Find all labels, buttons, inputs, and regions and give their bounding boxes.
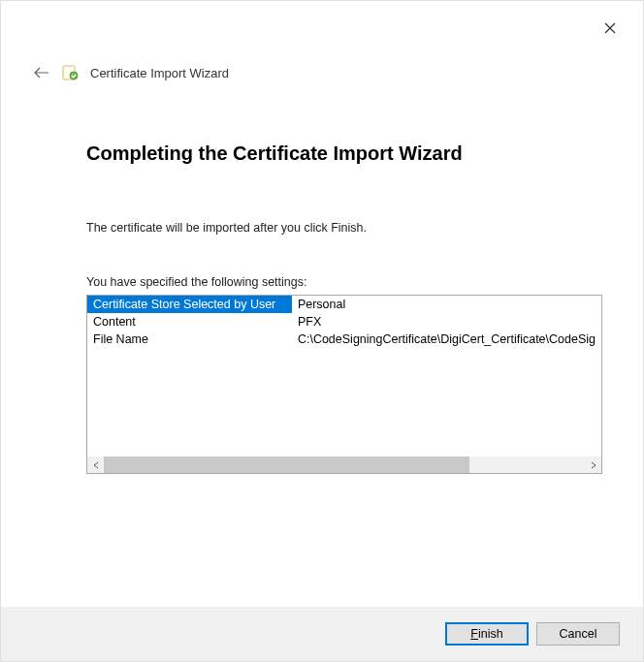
table-row[interactable]: File Name C:\CodeSigningCertificate\Digi… xyxy=(87,331,601,348)
settings-listbox[interactable]: Certificate Store Selected by User Perso… xyxy=(86,295,602,474)
back-arrow-icon xyxy=(34,67,49,79)
wizard-title: Certificate Import Wizard xyxy=(90,66,229,80)
setting-value: Personal xyxy=(292,296,601,313)
svg-point-3 xyxy=(70,72,78,79)
scroll-right-button[interactable] xyxy=(585,457,601,473)
scroll-left-button[interactable] xyxy=(87,457,104,473)
finish-button[interactable]: Finish xyxy=(445,622,529,646)
chevron-left-icon xyxy=(93,461,99,469)
wizard-footer: Finish Cancel xyxy=(1,607,643,661)
back-button[interactable] xyxy=(32,63,51,82)
setting-value: PFX xyxy=(292,313,601,331)
wizard-header: Certificate Import Wizard xyxy=(1,1,643,82)
wizard-content: Completing the Certificate Import Wizard… xyxy=(1,82,643,474)
table-row[interactable]: Content PFX xyxy=(87,313,601,331)
certificate-wizard-icon xyxy=(61,63,80,82)
setting-value: C:\CodeSigningCertificate\DigiCert_Certi… xyxy=(292,331,601,348)
settings-label: You have specified the following setting… xyxy=(86,275,602,289)
setting-key: Certificate Store Selected by User xyxy=(87,296,292,313)
setting-key: File Name xyxy=(87,331,292,348)
info-text: The certificate will be imported after y… xyxy=(86,221,602,235)
setting-key: Content xyxy=(87,313,292,331)
horizontal-scrollbar[interactable] xyxy=(87,457,601,473)
close-button[interactable] xyxy=(600,18,620,38)
scroll-thumb[interactable] xyxy=(104,457,469,473)
page-heading: Completing the Certificate Import Wizard xyxy=(86,142,602,165)
scroll-track[interactable] xyxy=(104,457,585,473)
close-icon xyxy=(604,22,616,34)
chevron-right-icon xyxy=(591,461,596,469)
table-row[interactable]: Certificate Store Selected by User Perso… xyxy=(87,296,601,313)
cancel-button[interactable]: Cancel xyxy=(536,622,620,646)
